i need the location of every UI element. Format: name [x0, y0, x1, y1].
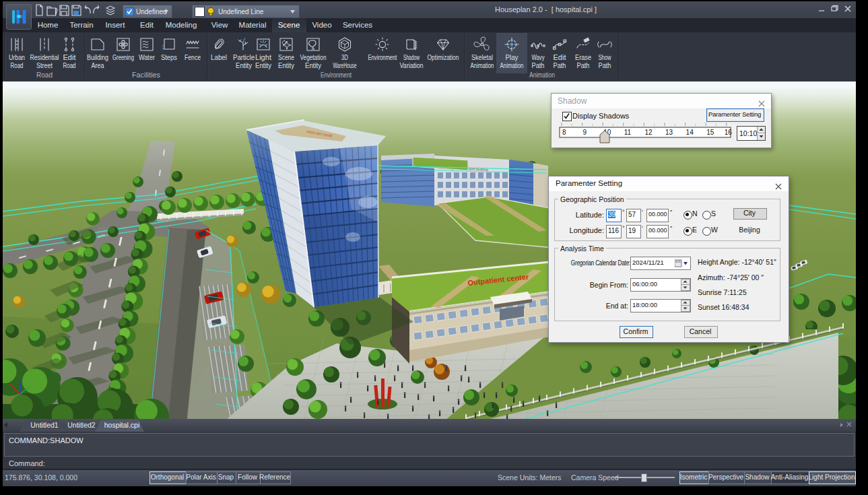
svg-text:Entity: Entity [305, 62, 321, 69]
svg-text:9: 9 [583, 129, 587, 136]
svg-text:Light: Light [255, 54, 271, 61]
svg-text:Skeletal: Skeletal [471, 54, 493, 61]
svg-text:Scene: Scene [278, 54, 294, 61]
svg-text:Vegetation: Vegetation [300, 54, 327, 61]
svg-text:16: 16 [725, 129, 733, 136]
svg-text:Optimization: Optimization [428, 54, 459, 61]
svg-text:Road: Road [36, 71, 53, 79]
svg-text:Building: Building [87, 54, 108, 61]
svg-text:Environment: Environment [321, 71, 352, 79]
svg-text:Environment: Environment [368, 54, 397, 61]
svg-text:Path: Path [554, 62, 566, 69]
svg-text:Road: Road [11, 62, 24, 69]
svg-text:Animation: Animation [471, 62, 494, 69]
svg-text:Animation: Animation [529, 71, 555, 79]
svg-text:Steps: Steps [161, 54, 177, 61]
svg-text:11: 11 [624, 129, 632, 136]
svg-text:Play: Play [506, 54, 519, 61]
svg-text:Facilities: Facilities [132, 71, 160, 79]
svg-text:Entity: Entity [236, 62, 252, 69]
svg-text:14: 14 [686, 129, 694, 136]
svg-text:Edit: Edit [63, 54, 76, 61]
svg-text:Entity: Entity [255, 62, 271, 69]
svg-text:Road: Road [63, 62, 76, 69]
svg-text:3D: 3D [341, 54, 348, 61]
svg-text:15: 15 [706, 129, 714, 136]
svg-text:Label: Label [211, 54, 227, 61]
svg-text:Fence: Fence [185, 54, 201, 61]
svg-text:WareHouse: WareHouse [333, 62, 357, 69]
svg-text:Show: Show [599, 54, 612, 61]
svg-text:Greening: Greening [112, 54, 134, 61]
svg-text:Entity: Entity [278, 62, 294, 69]
svg-text:Erase: Erase [575, 54, 591, 61]
svg-text:Variation: Variation [400, 62, 424, 69]
svg-text:13: 13 [665, 129, 673, 136]
svg-text:Animation: Animation [500, 62, 524, 69]
svg-text:Area: Area [92, 62, 104, 69]
svg-text:Untitled1: Untitled1 [30, 421, 59, 429]
svg-text:Path: Path [577, 62, 590, 69]
svg-text:Street: Street [36, 62, 53, 69]
svg-text:Untitled2: Untitled2 [67, 421, 96, 429]
svg-text:12: 12 [644, 129, 653, 136]
svg-text:Wavy: Wavy [532, 54, 545, 61]
svg-text:Particle: Particle [233, 54, 255, 61]
svg-text:Urban: Urban [9, 54, 25, 61]
svg-text:Path: Path [532, 62, 545, 69]
svg-text:Path: Path [599, 62, 611, 69]
svg-text:hospital.cpi: hospital.cpi [104, 421, 140, 429]
svg-text:8: 8 [562, 129, 566, 136]
svg-text:Shadow: Shadow [403, 54, 420, 61]
svg-text:Edit: Edit [554, 54, 566, 61]
svg-text:Residential: Residential [30, 54, 59, 61]
svg-text:Water: Water [139, 54, 156, 61]
